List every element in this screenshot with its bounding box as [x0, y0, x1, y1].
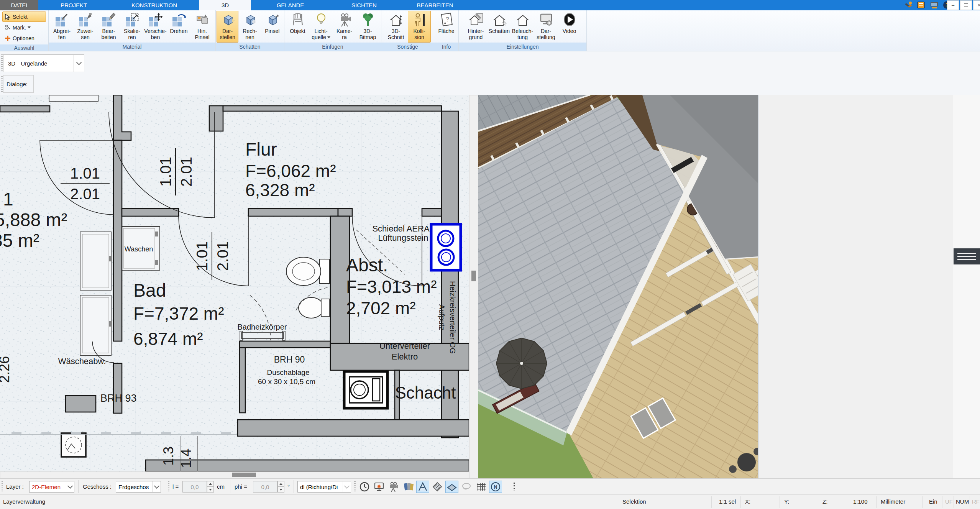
plan-vertical-scrollbar[interactable] [469, 95, 478, 478]
tab-datei[interactable]: DATEI [0, 0, 38, 10]
surface-toggle[interactable] [445, 481, 458, 493]
plan-horizontal-scrollbar[interactable] [0, 471, 469, 478]
tools-icon[interactable] [904, 1, 913, 9]
ribbon: Selekt Mark. Optionen Auswahl Abgrei-fen [0, 10, 980, 51]
skalieren-button[interactable]: Skalie-ren [121, 11, 144, 43]
grid-toggle[interactable] [474, 481, 488, 493]
darstellung-button[interactable]: Dar-stellung [535, 11, 558, 43]
lichtquelle-button[interactable]: Licht- quelle [310, 11, 333, 43]
darstellen-button[interactable]: Dar-stellen [217, 11, 238, 43]
tab-gelaende[interactable]: GELÄNDE [251, 0, 330, 10]
kollision-button[interactable]: Kolli-sion [408, 11, 431, 43]
separator [230, 480, 230, 493]
current-layer-combo[interactable]: 2D-Elemen [29, 481, 74, 493]
ribbon-group-info: ? Fläche Info [434, 10, 459, 51]
bearbeiten-button[interactable]: Bear-beiten [97, 11, 120, 43]
door-label-den: 2.01 [178, 157, 195, 187]
group-caption-einfuegen: Einfügen [284, 43, 381, 51]
button-label: quelle [312, 34, 326, 40]
time-tool-button[interactable] [358, 481, 371, 493]
drehen-button[interactable]: Drehen [167, 11, 190, 43]
tree-icon [360, 12, 376, 28]
ribbon-group-schatten: Dar-stellen Rech-nen Pinsel Schatten [216, 10, 284, 51]
minimize-button[interactable]: – [947, 0, 959, 10]
tab-bearbeiten[interactable]: BEARBEITEN [399, 0, 471, 10]
toolbar-grip[interactable] [168, 481, 169, 493]
hintergrund-button[interactable]: Hinter-grund [465, 11, 488, 43]
room1-area1: 5,888 m² [0, 210, 67, 230]
render-3d-svg [478, 95, 758, 478]
tab-3d[interactable]: 3D [199, 0, 251, 10]
lasso-icon [4, 24, 11, 31]
zuweisen-button[interactable]: Zuwei-sen [74, 11, 97, 43]
terrain-dropdown-button[interactable] [74, 55, 84, 72]
button-label: Video [563, 28, 576, 34]
selekt-button[interactable]: Selekt [2, 11, 46, 22]
length-input[interactable]: 0,0 [182, 481, 207, 493]
hinpinsel-button[interactable]: Hin.Pinsel [191, 11, 214, 43]
room1-number: 1 [3, 189, 13, 209]
tab-projekt[interactable]: PROJEKT [38, 0, 109, 10]
toolbar-grip[interactable] [1, 76, 3, 93]
view-3d[interactable] [478, 95, 758, 478]
chevron-down-icon [153, 481, 161, 492]
flaeche-button[interactable]: ? Fläche [435, 11, 458, 43]
view-mode-combo[interactable]: 3D Urgelände [3, 54, 84, 72]
schnitt3d-button[interactable]: 3D-Schnitt [384, 11, 407, 43]
scale-icon [125, 12, 140, 28]
current-geschoss-combo[interactable]: Erdgeschos [116, 481, 161, 493]
button-label: Kolli- [413, 28, 425, 34]
toolbar-grip[interactable] [354, 481, 356, 493]
verschieben-button[interactable]: Verschie-ben [144, 11, 167, 43]
person-icon [412, 12, 427, 28]
angle-input[interactable]: 0,0 [253, 481, 277, 493]
beleuchtung-button[interactable]: Beleuch-tung [511, 11, 534, 43]
camera-tool-button[interactable] [387, 481, 400, 493]
direction-mode-combo[interactable]: dl (Richtung/Di [297, 481, 351, 493]
display-icon[interactable] [930, 1, 939, 9]
group-caption-info: Info [434, 43, 458, 51]
toolbar-grip[interactable] [2, 481, 3, 493]
length-stepper[interactable] [207, 481, 214, 493]
angle-snap-toggle[interactable] [416, 481, 429, 493]
drawer-handle[interactable] [954, 248, 980, 264]
separator [970, 496, 970, 508]
plan-hscroll-thumb[interactable] [232, 473, 256, 477]
restore-button[interactable] [960, 0, 972, 10]
abgreifen-button[interactable]: Abgrei-fen [51, 11, 74, 43]
north-toggle[interactable]: N [489, 481, 502, 493]
optionen-button[interactable]: Optionen [2, 33, 46, 43]
status-unit[interactable]: Millimeter [881, 498, 905, 505]
button-label: beiten [101, 34, 116, 40]
selected-lueftungsstein[interactable] [431, 224, 461, 270]
length-label: l = [172, 483, 179, 490]
door-label-num: 1.01 [157, 157, 174, 187]
schatten-haus-button[interactable]: Schatten [488, 11, 511, 43]
pinsel-button[interactable]: Pinsel [261, 11, 283, 43]
video-button[interactable]: Video [558, 11, 581, 43]
objekt-button[interactable]: Objekt [286, 11, 309, 43]
catalog-icon[interactable] [917, 1, 926, 9]
button-label: Schatten [489, 28, 510, 34]
close-button[interactable]: × [973, 0, 980, 10]
angle-stepper[interactable] [277, 481, 284, 493]
button-label: Drehen [170, 28, 188, 34]
tab-konstruktion[interactable]: KONSTRUKTION [109, 0, 199, 10]
rechnen-button[interactable]: Rech-nen [239, 11, 261, 43]
status-ein[interactable]: Ein [929, 498, 937, 505]
status-num: NUM [956, 498, 969, 505]
duschablage-label2: 60 x 30 x 10,5 cm [258, 378, 315, 386]
kamera-button[interactable]: Kame-ra [333, 11, 356, 43]
dialoge-cell: Dialoge: [3, 75, 34, 93]
plan-2d-view[interactable]: 1 5,888 m² 85 m² Flur F=6,062 m² 6,328 m… [0, 95, 469, 471]
bitmap3d-button[interactable]: 3D-Bitmap [356, 11, 379, 43]
mark-button[interactable]: Mark. [2, 22, 46, 33]
tab-sichten[interactable]: SICHTEN [330, 0, 399, 10]
toolbar-overflow-handle[interactable] [514, 483, 515, 491]
status-scale[interactable]: 1:100 [853, 498, 868, 505]
plan-vscroll-thumb[interactable] [471, 271, 476, 281]
screen-capture-button[interactable] [373, 481, 386, 493]
toolbar-grip[interactable] [1, 54, 3, 72]
hatch-toggle[interactable] [431, 481, 444, 493]
reference-tool-button[interactable] [402, 481, 415, 493]
